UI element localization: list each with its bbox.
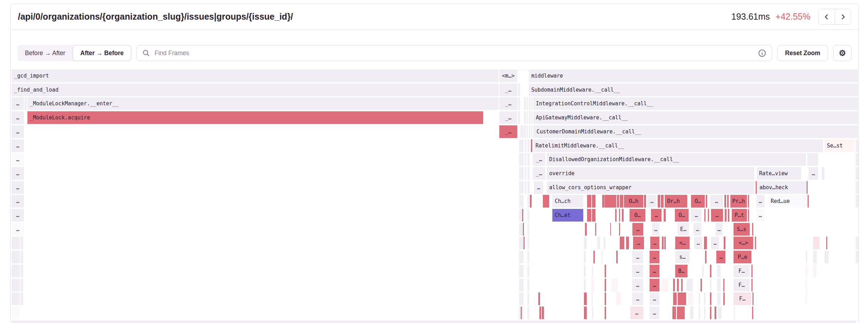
frame-cell[interactable] — [519, 181, 524, 194]
frame-cell[interactable]: … — [12, 153, 24, 166]
frame-cell[interactable] — [699, 306, 700, 319]
frame-cell[interactable] — [592, 292, 593, 305]
frame-cell[interactable] — [539, 306, 541, 319]
frame-cell[interactable] — [723, 279, 724, 291]
frame-cell[interactable] — [728, 209, 729, 222]
frame-cell[interactable] — [813, 265, 816, 277]
frame-cell[interactable] — [856, 251, 859, 263]
frame-cell[interactable]: … — [710, 195, 723, 207]
frame-cell[interactable]: … — [534, 181, 543, 194]
frame-cell[interactable] — [626, 237, 629, 249]
frame-cell[interactable]: … — [650, 306, 659, 319]
frame-cell[interactable] — [529, 111, 531, 124]
frame-cell[interactable] — [524, 125, 526, 138]
frame-cell[interactable] — [807, 153, 818, 166]
frame-cell[interactable]: … — [650, 237, 659, 249]
frame-cell[interactable] — [813, 237, 820, 249]
frame-cell[interactable] — [718, 306, 722, 319]
frame-cell[interactable]: Pr…h — [730, 195, 747, 207]
frame-cell[interactable] — [715, 306, 716, 319]
frame-cell[interactable] — [616, 292, 621, 305]
frame-cell[interactable]: … — [647, 195, 657, 207]
frame-cell[interactable] — [527, 237, 529, 249]
frame-cell[interactable] — [592, 195, 596, 207]
frame-cell[interactable]: Red…ue — [768, 195, 808, 207]
frame-cell[interactable] — [526, 97, 528, 110]
frame-cell[interactable] — [538, 292, 540, 305]
frame-cell[interactable]: … — [12, 223, 24, 236]
frame-cell[interactable] — [704, 292, 705, 305]
frame-cell[interactable] — [856, 153, 859, 166]
frame-cell[interactable]: S…s — [734, 223, 750, 236]
frame-cell[interactable] — [525, 181, 526, 194]
frame-cell[interactable] — [708, 209, 709, 222]
frame-cell[interactable]: … — [716, 223, 723, 236]
frame-cell[interactable] — [856, 181, 859, 194]
frame-cell[interactable] — [756, 181, 757, 194]
frame-cell[interactable] — [662, 279, 668, 291]
frame-cell[interactable] — [531, 125, 532, 138]
frame-cell[interactable] — [612, 279, 617, 291]
frame-cell[interactable] — [20, 265, 23, 277]
frame-cell[interactable] — [723, 292, 725, 305]
frame-cell[interactable] — [658, 195, 660, 207]
next-button[interactable] — [835, 9, 851, 25]
frame-cell[interactable]: … — [650, 251, 659, 263]
frame-cell[interactable] — [686, 279, 693, 291]
frame-cell[interactable] — [524, 237, 525, 249]
frame-cell[interactable]: … — [12, 181, 24, 194]
frame-cell[interactable] — [518, 97, 520, 110]
frame-cell[interactable] — [748, 209, 749, 222]
frame-cell[interactable] — [527, 209, 529, 222]
frame-cell[interactable] — [527, 223, 529, 236]
frame-cell[interactable]: abov…heck — [757, 181, 806, 194]
frame-cell[interactable] — [605, 306, 606, 319]
frame-cell[interactable] — [526, 111, 528, 124]
frame-cell[interactable] — [678, 292, 686, 305]
frame-cell[interactable] — [519, 292, 524, 305]
frame-cell[interactable]: <…> — [734, 237, 753, 249]
frame-cell[interactable] — [717, 265, 721, 277]
frame-cell[interactable] — [520, 125, 524, 138]
frame-cell[interactable] — [522, 209, 523, 222]
frame-cell[interactable] — [620, 237, 624, 249]
frame-cell[interactable]: _find_and_load — [12, 84, 499, 96]
frame-cell[interactable] — [704, 237, 707, 249]
frame-cell[interactable] — [597, 237, 600, 249]
frame-cell[interactable] — [527, 139, 530, 152]
frame-cell[interactable] — [806, 279, 807, 291]
frame-cell[interactable]: _ModuleLock.acquire — [27, 111, 483, 124]
previous-button[interactable] — [818, 9, 835, 25]
frame-cell[interactable] — [12, 279, 20, 291]
frame-cell[interactable] — [734, 306, 735, 319]
frame-cell[interactable] — [752, 306, 753, 319]
frame-cell[interactable] — [605, 195, 616, 207]
frame-cell[interactable] — [584, 292, 587, 305]
frame-cell[interactable] — [543, 195, 549, 207]
frame-cell[interactable] — [813, 251, 817, 263]
frame-cell[interactable] — [593, 251, 595, 263]
frame-cell[interactable] — [20, 251, 23, 263]
frame-cell[interactable] — [616, 251, 618, 263]
frame-cell[interactable] — [856, 237, 859, 249]
frame-cell[interactable] — [699, 292, 700, 305]
frame-cell[interactable] — [620, 195, 623, 207]
frame-cell[interactable] — [806, 265, 807, 277]
frame-cell[interactable] — [584, 265, 586, 277]
frame-cell[interactable] — [856, 167, 859, 180]
frame-cell[interactable]: override — [547, 167, 754, 180]
frame-cell[interactable]: … — [650, 292, 659, 305]
frame-cell[interactable]: … — [711, 237, 719, 249]
frame-cell[interactable] — [531, 111, 533, 124]
frame-cell[interactable] — [527, 167, 530, 180]
frame-cell[interactable] — [619, 223, 620, 236]
frame-cell[interactable] — [527, 195, 529, 207]
frame-cell[interactable] — [702, 265, 704, 277]
frame-cell[interactable] — [20, 279, 23, 291]
frame-cell[interactable] — [530, 195, 532, 207]
find-frames-search[interactable] — [137, 45, 772, 61]
frame-cell[interactable] — [704, 306, 705, 319]
frame-cell[interactable] — [585, 223, 587, 236]
frame-cell[interactable]: … — [632, 251, 643, 263]
frame-cell[interactable] — [681, 279, 683, 291]
